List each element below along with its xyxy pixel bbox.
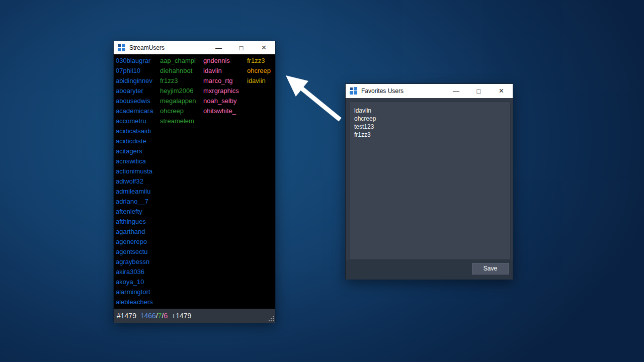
status-segment: +1479 <box>168 312 191 320</box>
user-item[interactable]: heyjim2006 <box>160 86 200 96</box>
user-item[interactable]: ohcreep <box>247 66 275 76</box>
user-item[interactable]: acitagers <box>116 146 157 156</box>
desktop: { "stream_window": { "title": "StreamUse… <box>0 0 644 362</box>
favorites-list[interactable]: idaviinohcreeptest123fr1zz3 <box>350 102 511 260</box>
maximize-button[interactable]: □ <box>230 41 253 54</box>
user-item[interactable]: agentsectu <box>116 247 157 257</box>
favorites-body: idaviinohcreeptest123fr1zz3 Save <box>346 98 513 280</box>
app-icon <box>350 87 358 95</box>
user-item[interactable]: idaviin <box>247 76 275 86</box>
user-column: aap_champidiehahnbotfr1zz3heyjim2006mega… <box>160 56 203 309</box>
user-column: 030blaugrar07phil10abidinginnevaboaryter… <box>116 56 160 309</box>
maximize-button[interactable]: □ <box>467 84 490 98</box>
user-item[interactable]: adiwolf32 <box>116 176 157 187</box>
user-item[interactable]: academicara <box>116 106 157 116</box>
minimize-button[interactable]: — <box>445 84 467 98</box>
resize-grip-icon[interactable] <box>269 316 274 321</box>
status-segment: #1479 <box>117 312 140 320</box>
user-item[interactable]: acidicdiste <box>116 136 157 146</box>
user-item[interactable]: ohitswhite_ <box>203 106 245 116</box>
user-item[interactable]: fr1zz3 <box>160 76 200 86</box>
user-item[interactable]: aftenlefty <box>116 207 157 217</box>
user-item[interactable]: abidinginnev <box>116 76 157 86</box>
favorite-user-item[interactable]: ohcreep <box>354 115 506 123</box>
user-item[interactable]: acidicalsaidi <box>116 126 157 136</box>
user-item[interactable]: megalappen <box>160 96 200 106</box>
user-item[interactable]: accometru <box>116 116 157 126</box>
user-columns: 030blaugrar07phil10abidinginnevaboaryter… <box>114 54 275 309</box>
favorite-user-item[interactable]: idaviin <box>354 107 506 115</box>
user-item[interactable]: mxrgraphics <box>203 86 245 96</box>
user-item[interactable]: fr1zz3 <box>247 56 275 66</box>
user-item[interactable]: aboaryter <box>116 86 157 96</box>
favorite-user-item[interactable]: fr1zz3 <box>354 131 506 139</box>
app-icon <box>118 44 126 52</box>
user-item[interactable]: gndennis <box>203 56 245 66</box>
user-item[interactable]: admileamilu <box>116 187 157 197</box>
user-column: fr1zz3ohcreepidaviin <box>247 56 275 309</box>
user-item[interactable]: streamelem <box>160 116 200 126</box>
close-button[interactable]: × <box>490 84 513 98</box>
user-item[interactable]: alarmingtort <box>116 287 157 297</box>
user-item[interactable]: marco_rtg <box>203 76 245 86</box>
close-button[interactable]: × <box>253 41 275 54</box>
user-item[interactable]: akoya_10 <box>116 277 157 287</box>
user-item[interactable]: aap_champi <box>160 56 200 66</box>
user-item[interactable]: alebleachers <box>116 297 157 307</box>
user-item[interactable]: adriano__7 <box>116 197 157 207</box>
user-item[interactable]: agenerepo <box>116 237 157 247</box>
status-segment: 7 <box>158 312 162 320</box>
user-item[interactable]: ohcreep <box>160 106 200 116</box>
streamusers-window: StreamUsers — □ × 030blaugrar07phil10abi… <box>113 41 276 322</box>
user-item[interactable]: afthingues <box>116 217 157 227</box>
user-item[interactable]: abousedwis <box>116 96 157 106</box>
window-title: Favorites Users <box>361 87 445 95</box>
user-item[interactable]: agarthand <box>116 227 157 237</box>
status-segment: 1466 <box>140 312 156 320</box>
favorite-user-item[interactable]: test123 <box>354 123 506 131</box>
user-item[interactable]: idaviin <box>203 66 245 76</box>
user-item[interactable]: noah_selby <box>203 96 245 106</box>
streamusers-titlebar[interactable]: StreamUsers — □ × <box>114 41 275 54</box>
user-item[interactable]: actionimusta <box>116 166 157 176</box>
favorites-window: Favorites Users — □ × idaviinohcreeptest… <box>345 83 513 280</box>
arrow-annotation-icon <box>277 69 347 127</box>
favorites-footer: Save <box>346 260 513 280</box>
user-item[interactable]: acnswitica <box>116 156 157 166</box>
user-item[interactable]: diehahnbot <box>160 66 200 76</box>
status-bar: #1479 1466/7/6 +1479 <box>114 309 275 323</box>
save-button[interactable]: Save <box>472 263 509 275</box>
user-item[interactable]: 030blaugrar <box>116 56 157 66</box>
user-item[interactable]: agraybessn <box>116 257 157 267</box>
user-column: gndennisidaviinmarco_rtgmxrgraphicsnoah_… <box>203 56 247 309</box>
status-segments: #1479 1466/7/6 +1479 <box>117 312 191 320</box>
window-title: StreamUsers <box>129 44 207 51</box>
minimize-button[interactable]: — <box>207 41 230 54</box>
user-item[interactable]: akira3036 <box>116 267 157 277</box>
favorites-titlebar[interactable]: Favorites Users — □ × <box>346 84 513 98</box>
status-segment: 6 <box>164 312 168 320</box>
user-item[interactable]: 07phil10 <box>116 66 157 76</box>
